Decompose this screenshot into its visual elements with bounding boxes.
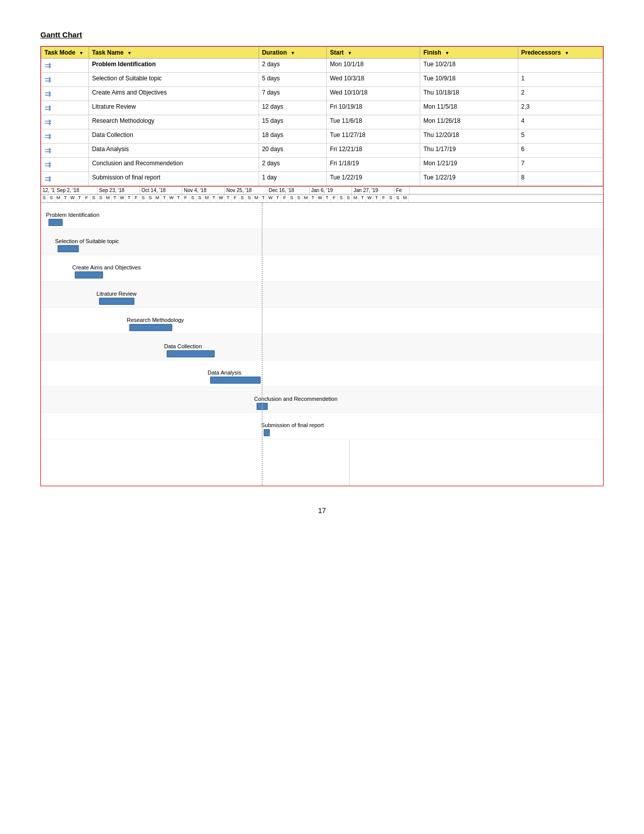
task-finish-cell: Tue 10/9/18 [420,73,518,87]
day-cell: F [281,195,288,202]
task-mode-icon: ⇉ [44,104,51,112]
day-cell: M [55,195,62,202]
task-mode-icon: ⇉ [44,132,51,141]
day-cell: S [288,195,295,202]
task-duration-cell: 18 days [259,129,327,144]
day-cell: S [387,195,394,202]
th-pred: Predecessors ▼ [518,47,603,59]
date-group: Fe [394,187,410,194]
day-cell: F [182,195,189,202]
task-mode-icon: ⇉ [44,146,51,155]
task-duration-cell: 15 days [259,115,327,129]
task-bar [167,350,215,357]
chart-row [41,229,603,255]
day-cell: W [119,195,126,202]
day-cell: S [196,195,204,202]
day-cell: T [324,195,331,202]
day-cell: S [189,195,196,202]
task-name-cell: Conclusion and Recommendetion [89,158,259,172]
day-cell: W [317,195,324,202]
task-mode-icon: ⇉ [44,89,51,98]
task-start-cell: Fri 1/18/19 [327,158,420,172]
task-start-cell: Mon 10/1/18 [327,59,420,73]
task-duration-cell: 1 day [259,172,327,186]
task-name-cell: Litrature Review [89,101,259,115]
date-group: Sep 23, '18 [97,187,140,194]
task-name-cell: Research Methodology [89,115,259,129]
task-finish-cell: Tue 1/22/19 [420,172,518,186]
day-cell: M [154,195,161,202]
day-cell: S [338,195,345,202]
task-pred-cell: 7 [518,158,603,172]
day-cell: S [394,195,402,202]
task-chart-label: Data Analysis [208,369,241,376]
day-cell: S [41,195,48,202]
chart-body: Problem IdentificationSelection of Suita… [41,203,603,486]
task-bar [48,219,63,226]
task-bar [75,271,103,279]
page-title: Gantt Chart [40,30,604,39]
task-pred-cell [518,59,603,73]
chart-row [41,334,603,360]
day-cell: T [112,195,119,202]
task-duration-cell: 20 days [259,144,327,158]
task-finish-cell: Mon 11/26/18 [420,115,518,129]
day-cell: T [274,195,281,202]
task-mode-icon: ⇉ [44,118,51,126]
task-name-cell: Create Aims and Objectives [89,87,259,101]
task-chart-label: Problem Identification [46,212,100,218]
task-mode-cell: ⇉ [41,87,89,101]
table-row: ⇉ Problem Identification 2 days Mon 10/1… [41,59,603,73]
task-chart-label: Research Methodology [127,317,184,323]
day-cell: T [211,195,218,202]
table-row: ⇉ Data Collection 18 days Tue 11/27/18 T… [41,129,603,144]
day-cell: M [253,195,260,202]
day-cell: T [126,195,133,202]
th-finish: Finish ▼ [420,47,518,59]
task-name-cell: Selection of Suitable topic [89,73,259,87]
day-cell: M [352,195,359,202]
day-cell: W [366,195,373,202]
day-cell: F [232,195,239,202]
task-start-cell: Tue 11/6/18 [327,115,420,129]
table-row: ⇉ Conclusion and Recommendetion 2 days F… [41,158,603,172]
task-start-cell: Tue 1/22/19 [327,172,420,186]
chart-row [41,203,603,229]
day-cell: M [204,195,211,202]
task-duration-cell: 12 days [259,101,327,115]
task-duration-cell: 2 days [259,59,327,73]
task-mode-cell: ⇉ [41,59,89,73]
task-finish-cell: Tue 10/2/18 [420,59,518,73]
date-group: Nov 25, '18 [225,187,267,194]
task-finish-cell: Mon 1/21/19 [420,158,518,172]
task-bar [210,377,261,384]
task-bar [264,429,270,436]
task-duration-cell: 5 days [259,73,327,87]
task-start-cell: Tue 11/27/18 [327,129,420,144]
task-chart-label: Conclusion and Recommendetion [254,396,337,402]
task-chart-label: Data Collection [164,343,202,349]
task-start-cell: Fri 12/21/18 [327,144,420,158]
day-cell: M [105,195,112,202]
th-duration: Duration ▼ [259,47,327,59]
task-finish-cell: Mon 11/5/18 [420,101,518,115]
day-cell: W [218,195,225,202]
day-cell: W [267,195,274,202]
day-cell: T [310,195,317,202]
task-name-cell: Problem Identification [89,59,259,73]
th-start: Start ▼ [327,47,420,59]
date-group: 12, '18 [41,187,55,194]
task-finish-cell: Thu 1/17/19 [420,144,518,158]
table-row: ⇉ Create Aims and Objectives 7 days Wed … [41,87,603,101]
task-duration-cell: 2 days [259,158,327,172]
day-cell: F [83,195,90,202]
date-group: Jan 27, '19 [352,187,394,194]
page-content: Gantt Chart Task Mode ▼ Task Name ▼ Dura… [40,30,604,515]
task-start-cell: Wed 10/3/18 [327,73,420,87]
task-start-cell: Fri 10/19/18 [327,101,420,115]
task-mode-cell: ⇉ [41,172,89,186]
task-pred-cell: 4 [518,115,603,129]
date-group: Jan 6, '19 [310,187,352,194]
task-bar [58,245,79,252]
day-cell: W [69,195,76,202]
